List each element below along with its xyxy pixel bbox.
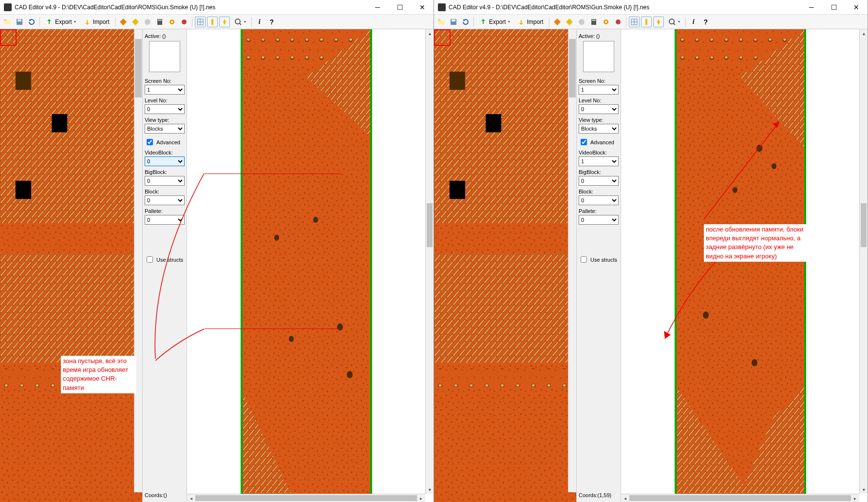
- minimize-button[interactable]: ─: [800, 0, 823, 15]
- help-icon[interactable]: ?: [266, 17, 277, 27]
- level-no-label: Level No:: [579, 97, 619, 103]
- level-view[interactable]: ▴ ▾ ◂ ▸: [187, 29, 434, 502]
- advanced-checkbox[interactable]: [147, 139, 153, 145]
- diamond-orange-icon[interactable]: [118, 17, 129, 27]
- svg-point-52: [669, 19, 674, 24]
- svg-rect-60: [434, 368, 576, 386]
- view-scrollbar-v[interactable]: ▴ ▾: [859, 29, 868, 494]
- svg-rect-31: [16, 181, 31, 199]
- calculator-icon[interactable]: [588, 17, 599, 27]
- svg-point-67: [752, 359, 757, 367]
- scroll-right-arrow[interactable]: ▸: [417, 496, 425, 501]
- window-left: CAD Editor v4.9 - D:\DEV\CadEditor\CadEd…: [0, 0, 434, 502]
- refresh-gear-icon[interactable]: [179, 17, 189, 27]
- export-button[interactable]: Export▾: [476, 17, 513, 27]
- maximize-button[interactable]: ☐: [823, 0, 845, 15]
- ruler-icon[interactable]: [207, 17, 218, 27]
- ball-icon[interactable]: [576, 17, 587, 27]
- highlight-icon[interactable]: [219, 17, 230, 27]
- svg-point-18: [171, 21, 173, 23]
- open-folder-icon[interactable]: [436, 17, 447, 27]
- save-icon[interactable]: [448, 17, 459, 27]
- import-button[interactable]: Import: [514, 17, 547, 27]
- ruler-icon[interactable]: [641, 17, 652, 27]
- info-icon[interactable]: i: [688, 17, 699, 27]
- scroll-up-arrow[interactable]: ▴: [426, 29, 434, 38]
- refresh-icon[interactable]: [26, 17, 37, 27]
- highlight-icon[interactable]: [653, 17, 664, 27]
- use-structs-checkbox[interactable]: [581, 256, 587, 263]
- tile-picker[interactable]: [434, 29, 576, 502]
- scroll-right-arrow[interactable]: ▸: [851, 496, 859, 501]
- close-button[interactable]: ✕: [411, 0, 434, 15]
- videoblock-label: VideoBlock:: [579, 150, 619, 155]
- bigblock-select[interactable]: 0: [579, 176, 619, 186]
- videoblock-select[interactable]: 1: [579, 156, 619, 166]
- import-button[interactable]: Import: [80, 17, 113, 27]
- calculator-icon[interactable]: [154, 17, 165, 27]
- refresh-gear-icon[interactable]: [613, 17, 623, 27]
- svg-rect-23: [211, 19, 213, 25]
- info-icon[interactable]: i: [254, 17, 265, 27]
- annotation-right: после обновления памяти, блоки впереди в…: [704, 224, 811, 262]
- tile-picker[interactable]: [0, 29, 142, 502]
- block-select[interactable]: 0: [579, 195, 619, 205]
- view-scrollbar-h[interactable]: ◂ ▸: [187, 494, 425, 502]
- gear-icon[interactable]: [601, 17, 611, 27]
- scroll-up-arrow[interactable]: ▴: [860, 29, 868, 38]
- help-icon[interactable]: ?: [700, 17, 711, 27]
- diamond-yellow-icon[interactable]: [130, 17, 141, 27]
- grid-icon[interactable]: [629, 17, 640, 27]
- close-button[interactable]: ✕: [845, 0, 868, 15]
- svg-point-42: [579, 19, 585, 25]
- screen-no-select[interactable]: 1: [145, 85, 185, 95]
- tile-scrollbar[interactable]: [568, 29, 576, 492]
- ball-icon[interactable]: [142, 17, 153, 27]
- scroll-left-arrow[interactable]: ◂: [187, 496, 195, 501]
- svg-rect-30: [52, 114, 67, 132]
- svg-point-19: [182, 19, 187, 24]
- diamond-orange-icon[interactable]: [552, 17, 563, 27]
- level-view[interactable]: после обновления памяти, блоки впереди в…: [621, 29, 868, 502]
- screen-no-select[interactable]: 1: [579, 85, 619, 95]
- svg-rect-41: [452, 19, 455, 21]
- scroll-down-arrow[interactable]: ▾: [860, 485, 868, 494]
- zoom-dropdown[interactable]: ▾: [231, 17, 249, 27]
- gear-icon[interactable]: [167, 17, 177, 27]
- level-no-select[interactable]: 0: [579, 104, 619, 114]
- view-scrollbar-h[interactable]: ◂ ▸: [621, 494, 859, 502]
- active-label: Active: (): [145, 33, 185, 39]
- view-type-select[interactable]: Blocks: [579, 124, 619, 134]
- minimize-button[interactable]: ─: [366, 0, 389, 15]
- zoom-dropdown[interactable]: ▾: [665, 17, 683, 27]
- pallete-select[interactable]: 0: [579, 215, 619, 225]
- maximize-button[interactable]: ☐: [389, 0, 411, 15]
- window-title: CAD Editor v4.9 - D:\DEV\CadEditor\CadEd…: [449, 4, 800, 11]
- titlebar: CAD Editor v4.9 - D:\DEV\CadEditor\CadEd…: [0, 0, 434, 15]
- save-icon[interactable]: [14, 17, 25, 27]
- open-folder-icon[interactable]: [2, 17, 13, 27]
- view-scrollbar-v[interactable]: ▴ ▾: [425, 29, 434, 494]
- view-type-select[interactable]: Blocks: [145, 124, 185, 134]
- svg-line-53: [674, 23, 675, 25]
- export-button[interactable]: Export▾: [42, 17, 79, 27]
- scroll-down-arrow[interactable]: ▾: [426, 485, 434, 494]
- svg-point-35: [274, 235, 279, 241]
- level-no-select[interactable]: 0: [145, 104, 185, 114]
- videoblock-select[interactable]: 0: [145, 156, 185, 166]
- diamond-yellow-icon[interactable]: [564, 17, 575, 27]
- svg-line-25: [240, 23, 241, 25]
- advanced-checkbox[interactable]: [581, 139, 587, 145]
- svg-point-46: [605, 21, 607, 23]
- grid-icon[interactable]: [195, 17, 206, 27]
- tile-selection: [434, 29, 451, 46]
- videoblock-label: VideoBlock:: [145, 150, 185, 155]
- pallete-label: Pallete:: [579, 208, 619, 214]
- annotation-left: зона пустыря, всё это время игра обновля…: [61, 356, 136, 393]
- refresh-icon[interactable]: [460, 17, 471, 27]
- svg-rect-28: [0, 253, 142, 363]
- scroll-left-arrow[interactable]: ◂: [621, 496, 629, 501]
- active-preview: [149, 41, 180, 72]
- tile-scrollbar[interactable]: [134, 29, 142, 492]
- svg-point-38: [289, 336, 294, 342]
